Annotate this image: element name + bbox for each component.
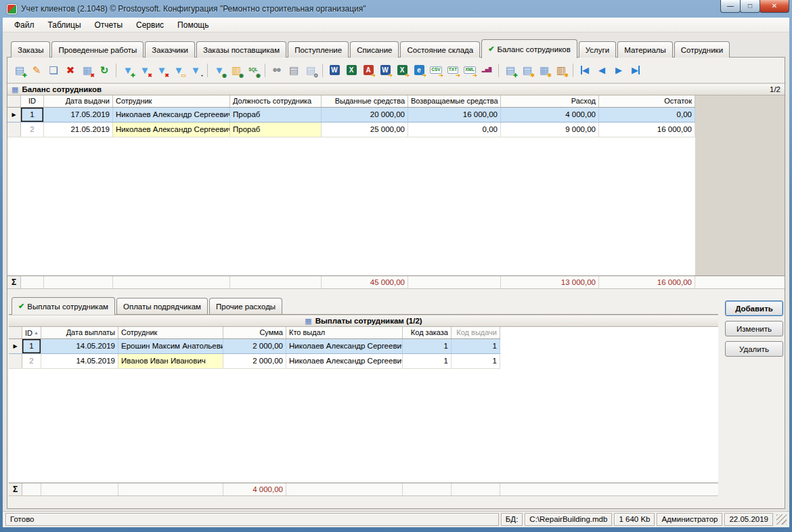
cell-position[interactable]: Прораб [230, 108, 322, 122]
cell-employee[interactable]: Иванов Иван Иванович [118, 354, 223, 368]
hierarchy-filter-button[interactable]: ▥◉ [228, 62, 244, 79]
tab-writeoff[interactable]: Списание [350, 41, 399, 58]
tab-supplier-orders[interactable]: Заказы поставщикам [196, 41, 286, 58]
cell-balance[interactable]: 0,00 [599, 108, 695, 122]
tab-employee-payments[interactable]: ✔Выплаты сотрудникам [12, 297, 115, 315]
cell-amount[interactable]: 2 000,00 [223, 354, 286, 368]
cell-id[interactable]: 2 [21, 123, 44, 137]
export-html-button[interactable]: e➔ [411, 62, 427, 79]
export-word-button[interactable]: W➔ [377, 62, 393, 79]
cell-employee[interactable]: Ерошин Максим Анатольевич [118, 339, 223, 353]
filter-clear-button[interactable]: ▼✖ [154, 62, 170, 79]
cell-issue-date[interactable]: 21.05.2019 [44, 123, 113, 137]
tab-materials[interactable]: Материалы [617, 41, 673, 58]
tab-other-expenses[interactable]: Прочие расходы [209, 298, 282, 314]
edit-record-button[interactable]: ✎ [28, 62, 45, 79]
filter-open-button[interactable]: ▼▭ [171, 62, 187, 79]
find-button[interactable]: ◎◎ [269, 62, 285, 79]
header-position[interactable]: Должность сотрудника [230, 95, 322, 107]
table-properties-button[interactable]: ▦✱ [536, 62, 552, 79]
cell-returned[interactable]: 16 000,00 [408, 108, 501, 122]
list-properties-button[interactable]: ▥✱ [553, 62, 569, 79]
cell-employee[interactable]: Николаев Александр Сергеевич [113, 123, 230, 137]
tab-employee-balance[interactable]: ✔Баланс сотрудников [481, 39, 577, 58]
header-issued[interactable]: Выданные средства [322, 95, 408, 107]
header-expense[interactable]: Расход [501, 95, 599, 107]
delete-record-button[interactable]: ✖ [62, 62, 79, 79]
add-record-button[interactable]: ▤✚ [12, 62, 28, 79]
chart-button[interactable]: ▂▅█ [479, 62, 495, 79]
menu-tables[interactable]: Таблицы [42, 19, 87, 31]
resize-grip[interactable] [776, 514, 787, 525]
tab-services[interactable]: Услуги [579, 41, 616, 58]
excel-template-button[interactable]: X [343, 62, 359, 79]
header-order-code[interactable]: Код заказа [403, 327, 452, 338]
sql-view-button[interactable]: SQL◉ [245, 62, 261, 79]
delete-all-records-button[interactable]: ▦✖ [79, 62, 95, 79]
cell-expense[interactable]: 4 000,00 [501, 108, 599, 122]
cell-issue-code[interactable]: 1 [452, 339, 500, 353]
refresh-button[interactable]: ↻ [96, 62, 112, 79]
cell-issuer[interactable]: Николаев Александр Сергеевич [286, 339, 403, 353]
cell-pay-date[interactable]: 14.05.2019 [41, 354, 118, 368]
header-issue-date[interactable]: Дата выдачи [44, 95, 113, 107]
cell-id[interactable]: 1 [21, 108, 44, 122]
header-id[interactable]: ID▲ [22, 327, 41, 338]
cell-id[interactable]: 2 [22, 354, 41, 368]
export-xml-button[interactable]: XML➔ [462, 62, 478, 79]
table-row[interactable]: 221.05.2019Николаев Александр СергеевичП… [7, 123, 695, 137]
tab-customers[interactable]: Заказчики [145, 41, 195, 58]
tab-employees[interactable]: Сотрудники [674, 41, 730, 58]
cell-returned[interactable]: 0,00 [408, 123, 501, 137]
tab-completed-works[interactable]: Проведенные работы [51, 41, 144, 58]
splitter[interactable] [7, 289, 785, 297]
export-pdf-button[interactable]: A➔ [360, 62, 376, 79]
menu-service[interactable]: Сервис [130, 19, 170, 31]
cell-id[interactable]: 1 [22, 339, 41, 353]
cell-balance[interactable]: 16 000,00 [599, 123, 695, 137]
filter-save-button[interactable]: ▼▪ [188, 62, 204, 79]
table-row[interactable]: ▶117.05.2019Николаев Александр Сергеевич… [7, 108, 695, 123]
menu-reports[interactable]: Отчеты [89, 19, 129, 31]
word-template-button[interactable]: W [326, 62, 343, 79]
header-id[interactable]: ID [21, 95, 44, 107]
record-properties-button[interactable]: ▤✱ [519, 62, 535, 79]
add-button[interactable]: Добавить [725, 301, 783, 316]
header-issuer[interactable]: Кто выдал [286, 327, 403, 338]
cell-issue-date[interactable]: 17.05.2019 [44, 108, 113, 122]
cell-issue-code[interactable]: 1 [452, 354, 500, 368]
tab-orders[interactable]: Заказы [11, 41, 50, 58]
delete-button[interactable]: Удалить [725, 341, 783, 357]
cell-issued[interactable]: 25 000,00 [322, 123, 408, 137]
header-pay-date[interactable]: Дата выплаты [41, 327, 118, 338]
header-employee[interactable]: Сотрудник [113, 95, 230, 107]
cell-amount[interactable]: 2 000,00 [223, 339, 286, 353]
cell-employee[interactable]: Николаев Александр Сергеевич [113, 108, 230, 122]
header-employee[interactable]: Сотрудник [118, 327, 223, 338]
nav-next-button[interactable]: ▶ [611, 62, 627, 79]
cell-expense[interactable]: 9 000,00 [501, 123, 599, 137]
export-csv-button[interactable]: CSV➔ [428, 62, 444, 79]
export-excel-button[interactable]: X➔ [394, 62, 410, 79]
cell-issued[interactable]: 20 000,00 [322, 108, 408, 122]
menu-file[interactable]: Файл [8, 19, 41, 31]
cell-pay-date[interactable]: 14.05.2019 [41, 339, 118, 353]
tab-contractor-payments[interactable]: Оплаты подрядчикам [116, 298, 208, 314]
add-subrecord-button[interactable]: ▤✚ [502, 62, 519, 79]
cell-position[interactable]: Прораб [230, 123, 322, 137]
cell-issuer[interactable]: Николаев Александр Сергеевич [286, 354, 403, 368]
minimize-button[interactable]: — [720, 0, 741, 13]
menu-help[interactable]: Помощь [171, 19, 215, 31]
cell-order-code[interactable]: 1 [403, 354, 452, 368]
close-button[interactable]: ✕ [760, 0, 789, 13]
tab-receipt[interactable]: Поступление [288, 41, 349, 58]
preview-button[interactable]: ▤⊙ [303, 62, 319, 79]
filter-add-button[interactable]: ▼✚ [120, 62, 136, 79]
copy-record-button[interactable]: ❏ [45, 62, 62, 79]
nav-prev-button[interactable]: ◀ [594, 62, 610, 79]
tab-stock-state[interactable]: Состояние склада [400, 41, 480, 58]
export-txt-button[interactable]: TXT➔ [445, 62, 461, 79]
filter-view-button[interactable]: ▼◉ [211, 62, 227, 79]
header-amount[interactable]: Сумма [223, 327, 286, 338]
cell-order-code[interactable]: 1 [403, 339, 452, 353]
